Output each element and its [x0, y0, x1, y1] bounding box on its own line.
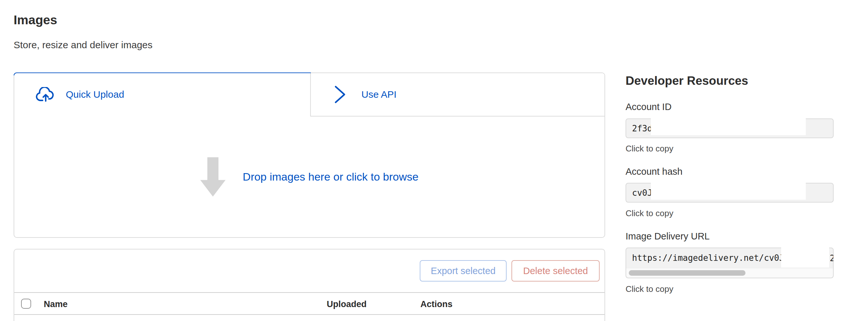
- image-delivery-url-field[interactable]: https://imagedelivery.net/cv0JS 2: [625, 248, 834, 278]
- developer-resources-panel: Developer Resources Account ID 2f3d Clic…: [625, 74, 834, 321]
- redaction-overlay: [781, 247, 829, 268]
- account-hash-field[interactable]: cv0J: [625, 183, 834, 203]
- image-dropzone[interactable]: Drop images here or click to browse: [14, 116, 604, 237]
- export-selected-button[interactable]: Export selected: [420, 260, 506, 282]
- column-header-uploaded: Uploaded: [327, 299, 367, 309]
- developer-resources-heading: Developer Resources: [625, 74, 748, 87]
- upload-panel: Quick Upload Use API Drop images here or…: [13, 72, 605, 238]
- list-toolbar: Export selected Delete selected: [14, 249, 604, 293]
- account-id-field[interactable]: 2f3d: [625, 118, 834, 138]
- account-id-copy-hint: Click to copy: [625, 144, 673, 153]
- tab-use-api-label: Use API: [362, 89, 396, 100]
- select-all-checkbox[interactable]: [21, 299, 31, 309]
- horizontal-scrollbar-track[interactable]: [626, 268, 833, 278]
- table-header: Name Uploaded Actions: [14, 293, 604, 315]
- redaction-overlay: [651, 118, 806, 135]
- column-header-name: Name: [44, 299, 68, 309]
- account-hash-label: Account hash: [625, 166, 683, 177]
- page-title: Images: [13, 13, 57, 27]
- tab-use-api[interactable]: Use API: [310, 73, 604, 116]
- horizontal-scrollbar-thumb[interactable]: [629, 270, 745, 276]
- image-delivery-url-copy-hint: Click to copy: [625, 284, 673, 294]
- tab-quick-upload-label: Quick Upload: [66, 89, 124, 100]
- account-id-label: Account ID: [625, 102, 672, 112]
- download-arrow-icon: [200, 157, 225, 197]
- image-delivery-url-label: Image Delivery URL: [625, 231, 710, 241]
- account-hash-copy-hint: Click to copy: [625, 208, 673, 218]
- column-header-actions: Actions: [421, 299, 453, 309]
- dropzone-label: Drop images here or click to browse: [243, 171, 418, 183]
- chevron-right-icon: [333, 85, 347, 104]
- clipped-character-fragment: 2: [830, 253, 833, 263]
- delete-selected-button[interactable]: Delete selected: [512, 260, 600, 282]
- redaction-overlay: [651, 182, 806, 200]
- tab-quick-upload[interactable]: Quick Upload: [14, 73, 310, 116]
- images-list-panel: Export selected Delete selected Name Upl…: [13, 249, 605, 321]
- cloud-upload-icon: [36, 87, 56, 102]
- page-subtitle: Store, resize and deliver images: [13, 39, 153, 50]
